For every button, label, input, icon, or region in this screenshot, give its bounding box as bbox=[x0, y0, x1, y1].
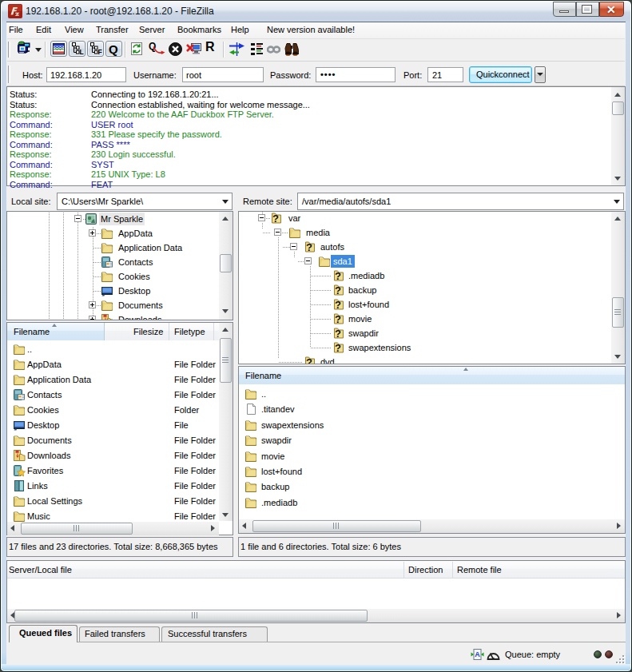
svg-text:?: ? bbox=[306, 356, 312, 364]
svg-text:?: ? bbox=[335, 284, 341, 296]
svg-text:?: ? bbox=[306, 241, 312, 253]
svg-text:A: A bbox=[475, 650, 480, 658]
svg-text:?: ? bbox=[335, 313, 341, 325]
svg-text:F: F bbox=[98, 48, 102, 55]
svg-text:?: ? bbox=[335, 328, 341, 340]
svg-text:?: ? bbox=[272, 213, 279, 225]
svg-text:L: L bbox=[80, 48, 84, 55]
svg-text:?: ? bbox=[335, 299, 341, 311]
svg-text:?: ? bbox=[335, 270, 341, 282]
svg-text:?: ? bbox=[335, 342, 341, 354]
